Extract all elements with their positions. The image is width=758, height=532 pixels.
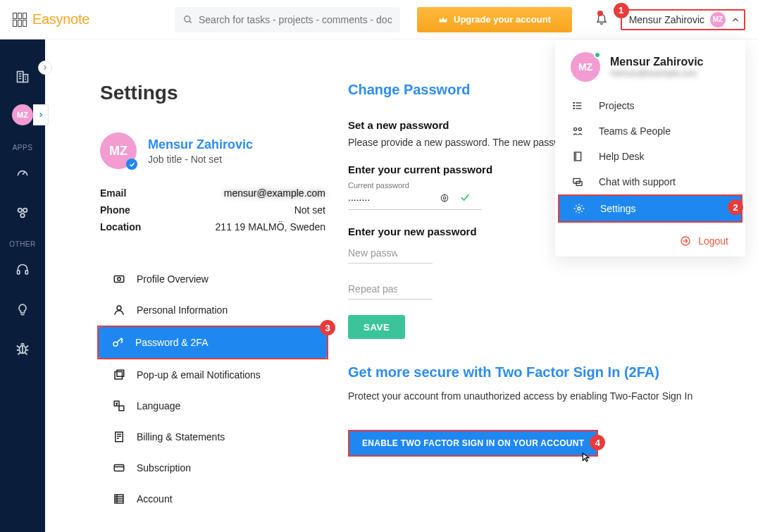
building-icon [15, 70, 30, 84]
svg-point-59 [578, 207, 580, 210]
svg-point-11 [23, 209, 27, 213]
verified-badge-icon [126, 159, 137, 170]
dropdown-user-email: mensur@example.com [610, 68, 703, 78]
sidebar-item-bugs[interactable] [0, 333, 45, 365]
sidebar-item-people[interactable] [0, 197, 45, 229]
dropdown-teams[interactable]: Teams & People [555, 118, 745, 144]
annotation-badge-2: 2 [728, 199, 743, 215]
nav-personal-info[interactable]: Personal Information [100, 295, 325, 326]
dropdown-chat[interactable]: Chat with support [555, 169, 745, 194]
bulb-icon [15, 302, 30, 316]
search-input[interactable] [199, 14, 392, 25]
gear-icon [573, 203, 585, 214]
id-icon [113, 273, 125, 285]
logout-icon [680, 235, 691, 247]
svg-rect-29 [117, 370, 124, 376]
svg-rect-3 [23, 75, 28, 82]
svg-rect-14 [25, 271, 27, 274]
crown-icon [438, 15, 448, 25]
svg-point-52 [573, 108, 574, 109]
headset-icon [15, 263, 30, 277]
notification-dot [597, 11, 603, 16]
dropdown-projects[interactable]: Projects [555, 93, 745, 118]
avatar-medium: MZ [571, 52, 600, 82]
gauge-icon [15, 166, 30, 180]
new-password-input[interactable] [348, 243, 433, 264]
nav-language[interactable]: Language [100, 390, 325, 421]
people-icon [572, 125, 583, 137]
sidebar-item-help[interactable] [0, 254, 45, 286]
svg-point-43 [441, 194, 447, 201]
sidebar-section-apps: APPS [13, 144, 33, 151]
sidebar-avatar[interactable]: MZ [12, 104, 33, 125]
svg-point-10 [18, 209, 22, 213]
svg-point-0 [185, 16, 190, 21]
svg-point-12 [20, 214, 25, 218]
sidebar-section-other: OTHER [9, 240, 36, 248]
dropdown-settings[interactable]: Settings [559, 196, 741, 221]
logo[interactable]: Easynote [13, 11, 168, 27]
svg-rect-28 [115, 372, 123, 380]
nav-password-2fa[interactable]: Password & 2FA [99, 327, 327, 358]
cursor-icon [581, 451, 591, 464]
chevron-up-icon [731, 16, 740, 24]
apps-grid-icon [13, 13, 27, 27]
search-icon [183, 15, 193, 25]
svg-line-18 [17, 345, 20, 347]
svg-rect-36 [114, 465, 124, 471]
brand-name: Easynote [32, 11, 89, 27]
page-title: Settings [100, 82, 325, 104]
svg-line-22 [18, 353, 20, 355]
billing-icon [113, 431, 125, 443]
bug-icon [15, 341, 30, 357]
nav-notifications[interactable]: Pop-up & email Notifications [100, 359, 325, 390]
popup-icon [113, 369, 125, 381]
nav-subscription[interactable]: Subscription [100, 452, 325, 483]
sidebar-item-dash[interactable] [0, 157, 45, 190]
nav-account[interactable]: Account [100, 483, 325, 514]
dropdown-help[interactable]: Help Desk [555, 144, 745, 169]
svg-line-1 [190, 20, 192, 23]
tfa-sub: Protect your account from unauthorized a… [348, 390, 714, 402]
online-status-dot [594, 51, 601, 58]
target-icon [440, 193, 449, 205]
svg-point-25 [118, 278, 121, 281]
avatar-small: MZ [710, 12, 726, 27]
sidebar-item-ideas[interactable] [0, 293, 45, 326]
dropdown-logout[interactable]: Logout [555, 233, 745, 247]
card-icon [113, 462, 125, 474]
book-icon [572, 151, 583, 162]
person-icon [113, 304, 125, 316]
enable-tfa-button[interactable]: ENABLE TWO FACTOR SIGN IN ON YOUR ACCOUN… [349, 431, 597, 455]
profile-menu-trigger[interactable]: 1 Mensur Zahirovic MZ [621, 9, 745, 30]
upgrade-button[interactable]: Upgrade your account [417, 7, 572, 32]
profile-info: Emailmensur@example.com PhoneNot set Loc… [100, 185, 325, 235]
check-icon [459, 192, 471, 205]
search-input-wrap[interactable] [175, 7, 400, 32]
annotation-badge-1: 1 [614, 3, 629, 18]
svg-rect-13 [18, 271, 20, 274]
profile-name: Mensur Zahirovic [148, 137, 253, 152]
svg-line-19 [26, 345, 29, 347]
profile-subtitle: Job title - Not set [148, 154, 253, 165]
save-button[interactable]: SAVE [348, 315, 405, 339]
svg-line-23 [25, 353, 27, 355]
notifications-button[interactable] [595, 12, 608, 27]
svg-point-26 [117, 306, 121, 310]
settings-left-column: Settings MZ Mensur Zahirovic Job title -… [100, 82, 325, 518]
nav-billing[interactable]: Billing & Statements [100, 421, 325, 452]
nav-profile-overview[interactable]: Profile Overview [100, 264, 325, 295]
dropdown-user-name: Mensur Zahirovic [610, 56, 703, 68]
repeat-password-input[interactable] [348, 279, 433, 299]
profile-header: MZ Mensur Zahirovic Job title - Not set [100, 132, 325, 169]
top-user-name: Mensur Zahirovic [629, 14, 704, 25]
settings-nav: Profile Overview Personal Information 3 … [100, 264, 325, 514]
svg-rect-31 [119, 406, 124, 411]
svg-point-51 [573, 105, 574, 106]
profile-dropdown: MZ Mensur Zahirovic mensur@example.com P… [555, 39, 745, 256]
svg-point-54 [578, 128, 581, 130]
sidebar-collapse-button[interactable] [38, 61, 52, 75]
svg-line-9 [23, 172, 25, 174]
annotation-badge-4: 4 [590, 435, 605, 450]
people-icon [15, 205, 30, 221]
